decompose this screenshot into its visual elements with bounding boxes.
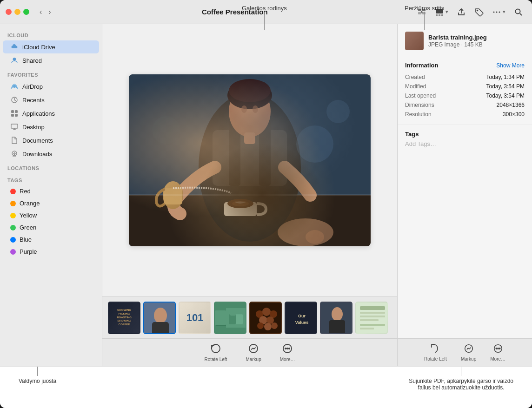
tag-icon [474, 7, 484, 17]
downloads-label: Downloads [22, 151, 52, 158]
markup-button[interactable]: Markup [246, 343, 261, 362]
info-row-modified: Modified Today, 3:54 PM [405, 82, 525, 91]
svg-point-31 [241, 105, 247, 113]
search-button[interactable] [511, 5, 526, 19]
preview-markup-label: Markup [461, 356, 476, 362]
red-tag-label: Red [20, 188, 31, 195]
close-button[interactable] [6, 9, 12, 15]
svg-rect-27 [259, 121, 271, 186]
markup-icon [248, 343, 259, 355]
orange-tag-label: Orange [20, 200, 40, 207]
thumb-5-img [250, 303, 282, 334]
gallery-view-button[interactable]: ▾ [432, 5, 452, 19]
share-button[interactable] [453, 5, 469, 19]
svg-text:Our: Our [298, 314, 306, 318]
orange-tag-dot [10, 201, 16, 206]
svg-rect-52 [230, 312, 236, 316]
svg-point-58 [266, 316, 274, 324]
downloads-icon [10, 150, 19, 158]
svg-point-10 [496, 11, 498, 13]
preview-markup-button[interactable]: Markup [461, 343, 476, 362]
sidebar-item-documents[interactable]: Documents [3, 134, 99, 147]
back-button[interactable]: ‹ [37, 6, 45, 18]
info-row-created: Created Today, 1:34 PM [405, 72, 525, 82]
icloud-drive-icon [10, 43, 19, 51]
thumbnail-2[interactable] [143, 302, 176, 334]
more-button[interactable]: ▾ [489, 5, 509, 19]
thumbnail-4[interactable] [214, 302, 246, 334]
svg-point-44 [278, 218, 333, 246]
minimize-button[interactable] [14, 9, 20, 15]
thumb-4-img [226, 302, 246, 334]
barista-photo [129, 74, 371, 246]
favorites-header: Favorites [0, 67, 102, 79]
sidebar-item-tag-blue[interactable]: Blue [3, 234, 99, 245]
view-toggle-button[interactable] [414, 5, 430, 19]
preview-rotate-icon [430, 343, 440, 355]
shared-label: Shared [22, 57, 42, 64]
toolbar: ‹ › Coffee Presentation [0, 0, 532, 24]
view-toggle-icon [417, 7, 426, 17]
svg-point-47 [154, 308, 167, 323]
svg-rect-69 [360, 306, 385, 310]
svg-rect-16 [15, 110, 18, 113]
nav-arrows: ‹ › [37, 6, 54, 18]
sidebar-item-recents[interactable]: Recents [3, 93, 99, 106]
svg-point-55 [262, 308, 271, 316]
sidebar-item-desktop[interactable]: Desktop [3, 120, 99, 133]
sidebar-item-tag-red[interactable]: Red [3, 185, 99, 197]
sidebar-item-shared[interactable]: Shared [3, 54, 99, 67]
tag-button[interactable] [471, 5, 487, 19]
preview-more-button[interactable]: More… [490, 343, 505, 362]
add-tags-field[interactable]: Add Tags… [405, 140, 525, 147]
markup-label: Markup [246, 357, 261, 362]
applications-icon [10, 109, 19, 118]
more-actions-label: More… [280, 357, 295, 362]
thumbnail-1[interactable]: GROWINGPICKINGROASTINGBREWINGCOFFEE [108, 302, 140, 334]
thumbnail-8[interactable] [355, 302, 388, 334]
folder-title: Coffee Presentation [60, 8, 410, 16]
thumbnail-3[interactable]: 101 [179, 302, 211, 334]
sidebar-item-tag-green[interactable]: Green [3, 222, 99, 233]
sidebar-item-airdrop[interactable]: AirDrop [3, 80, 99, 93]
svg-point-42 [326, 100, 350, 123]
svg-point-36 [224, 200, 257, 214]
resolution-label: Resolution [405, 111, 432, 118]
svg-rect-74 [360, 328, 374, 329]
sidebar-item-tag-orange[interactable]: Orange [3, 197, 99, 209]
rotate-left-button[interactable]: Rotate Left [204, 343, 227, 362]
maximize-button[interactable] [23, 9, 29, 15]
thumbnail-7[interactable] [320, 302, 352, 334]
thumb-6-img: Our Values [286, 303, 317, 334]
info-row-last-opened: Last opened Today, 3:54 PM [405, 91, 525, 100]
thumbnail-6[interactable]: Our Values [285, 302, 317, 334]
sidebar-item-downloads[interactable]: Downloads [3, 147, 99, 160]
sidebar-item-icloud-drive[interactable]: iCloud Drive [3, 40, 99, 53]
icloud-section-header: iCloud [0, 28, 102, 40]
last-opened-label: Last opened [405, 92, 436, 99]
more-actions-button[interactable]: More… [280, 343, 295, 362]
sidebar-item-tag-purple[interactable]: Purple [3, 246, 99, 257]
thumb-2-img [144, 303, 176, 334]
svg-point-12 [516, 9, 520, 13]
forward-button[interactable]: › [46, 6, 53, 18]
show-more-button[interactable]: Show More [496, 62, 525, 69]
svg-rect-5 [436, 14, 438, 16]
preview-rotate-left-button[interactable]: Rotate Left [424, 343, 447, 362]
thumbnail-5[interactable] [249, 302, 282, 334]
blue-tag-label: Blue [20, 236, 32, 243]
more-icon [492, 7, 501, 17]
green-tag-label: Green [20, 224, 36, 231]
svg-rect-37 [224, 202, 257, 216]
window-controls [6, 9, 29, 15]
sidebar-item-applications[interactable]: Applications [3, 107, 99, 120]
yellow-tag-label: Yellow [20, 212, 37, 219]
preview-thumbnail [405, 32, 424, 50]
main-image-container[interactable] [102, 24, 397, 296]
modified-label: Modified [405, 83, 426, 90]
svg-rect-1 [422, 9, 426, 11]
blue-tag-dot [10, 237, 16, 243]
main-image [129, 74, 371, 246]
svg-point-60 [264, 323, 272, 330]
sidebar-item-tag-yellow[interactable]: Yellow [3, 210, 99, 221]
